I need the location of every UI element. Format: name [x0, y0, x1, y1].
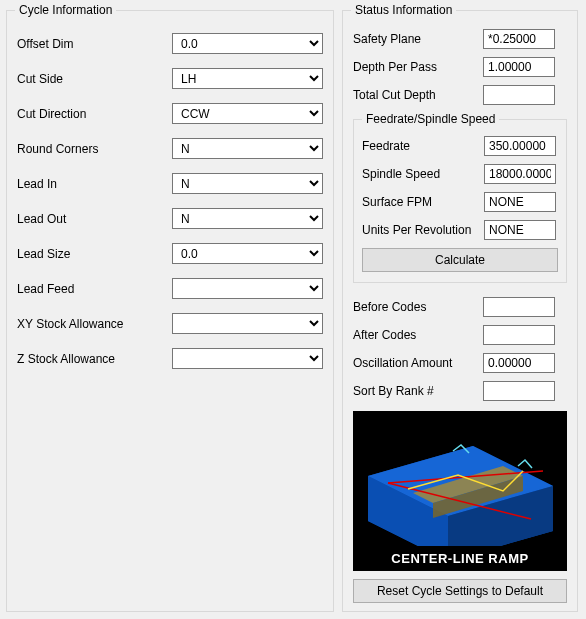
safety-plane-row: Safety Plane [353, 29, 567, 49]
cycle-info-group: Cycle Information Offset Dim 0.0 Cut Sid… [6, 10, 334, 612]
lead-in-select[interactable]: N [172, 173, 323, 194]
round-corners-label: Round Corners [17, 142, 172, 156]
status-info-group: Status Information Safety Plane Depth Pe… [342, 10, 578, 612]
xy-stock-row: XY Stock Allowance [17, 313, 323, 334]
lead-size-label: Lead Size [17, 247, 172, 261]
before-codes-input[interactable] [483, 297, 555, 317]
total-cut-depth-row: Total Cut Depth [353, 85, 567, 105]
spindle-speed-input[interactable] [484, 164, 556, 184]
offset-dim-select[interactable]: 0.0 [172, 33, 323, 54]
offset-dim-label: Offset Dim [17, 37, 172, 51]
feedrate-input[interactable] [484, 136, 556, 156]
status-info-title: Status Information [351, 3, 456, 17]
after-codes-row: After Codes [353, 325, 567, 345]
calculate-button[interactable]: Calculate [362, 248, 558, 272]
spindle-speed-row: Spindle Speed [362, 164, 558, 184]
depth-per-pass-row: Depth Per Pass [353, 57, 567, 77]
xy-stock-select[interactable] [172, 313, 323, 334]
before-codes-label: Before Codes [353, 300, 483, 314]
feedrate-label: Feedrate [362, 139, 484, 153]
lead-size-select[interactable]: 0.0 [172, 243, 323, 264]
feedrate-group: Feedrate/Spindle Speed Feedrate Spindle … [353, 119, 567, 283]
z-stock-row: Z Stock Allowance [17, 348, 323, 369]
oscillation-input[interactable] [483, 353, 555, 373]
safety-plane-input[interactable] [483, 29, 555, 49]
upr-row: Units Per Revolution [362, 220, 558, 240]
sort-rank-label: Sort By Rank # [353, 384, 483, 398]
cut-side-row: Cut Side LH [17, 68, 323, 89]
main-panel: Cycle Information Offset Dim 0.0 Cut Sid… [0, 0, 586, 616]
lead-feed-row: Lead Feed [17, 278, 323, 299]
cut-side-select[interactable]: LH [172, 68, 323, 89]
z-stock-select[interactable] [172, 348, 323, 369]
lead-in-row: Lead In N [17, 173, 323, 194]
upr-input[interactable] [484, 220, 556, 240]
feedrate-row: Feedrate [362, 136, 558, 156]
preview-caption: CENTER-LINE RAMP [353, 546, 567, 571]
upr-label: Units Per Revolution [362, 223, 484, 237]
oscillation-label: Oscillation Amount [353, 356, 483, 370]
lead-in-label: Lead In [17, 177, 172, 191]
offset-dim-row: Offset Dim 0.0 [17, 33, 323, 54]
preview-image: CENTER-LINE RAMP [353, 411, 567, 571]
sort-rank-input[interactable] [483, 381, 555, 401]
lead-out-row: Lead Out N [17, 208, 323, 229]
lead-out-label: Lead Out [17, 212, 172, 226]
sort-rank-row: Sort By Rank # [353, 381, 567, 401]
lead-feed-label: Lead Feed [17, 282, 172, 296]
cut-direction-select[interactable]: CCW [172, 103, 323, 124]
feedrate-group-title: Feedrate/Spindle Speed [362, 112, 499, 126]
lead-out-select[interactable]: N [172, 208, 323, 229]
after-codes-label: After Codes [353, 328, 483, 342]
spindle-speed-label: Spindle Speed [362, 167, 484, 181]
round-corners-select[interactable]: N [172, 138, 323, 159]
total-cut-depth-label: Total Cut Depth [353, 88, 483, 102]
after-codes-input[interactable] [483, 325, 555, 345]
lead-size-row: Lead Size 0.0 [17, 243, 323, 264]
cycle-info-title: Cycle Information [15, 3, 116, 17]
surface-fpm-label: Surface FPM [362, 195, 484, 209]
safety-plane-label: Safety Plane [353, 32, 483, 46]
round-corners-row: Round Corners N [17, 138, 323, 159]
lead-feed-select[interactable] [172, 278, 323, 299]
oscillation-row: Oscillation Amount [353, 353, 567, 373]
reset-defaults-button[interactable]: Reset Cycle Settings to Default [353, 579, 567, 603]
surface-fpm-row: Surface FPM [362, 192, 558, 212]
depth-per-pass-label: Depth Per Pass [353, 60, 483, 74]
z-stock-label: Z Stock Allowance [17, 352, 172, 366]
cut-side-label: Cut Side [17, 72, 172, 86]
cut-direction-label: Cut Direction [17, 107, 172, 121]
cut-direction-row: Cut Direction CCW [17, 103, 323, 124]
before-codes-row: Before Codes [353, 297, 567, 317]
depth-per-pass-input[interactable] [483, 57, 555, 77]
xy-stock-label: XY Stock Allowance [17, 317, 172, 331]
surface-fpm-input[interactable] [484, 192, 556, 212]
total-cut-depth-input[interactable] [483, 85, 555, 105]
